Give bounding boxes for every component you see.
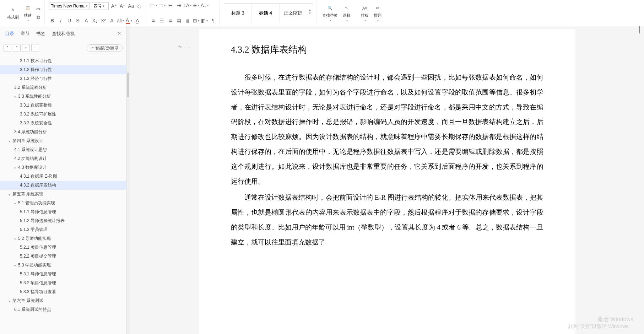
toc-item[interactable]: 5.2.2 项目提交管理 (0, 252, 126, 261)
right-activity-bar[interactable] (639, 26, 644, 33)
toc-item[interactable]: 3.3.2 系统可扩展性 (0, 110, 126, 119)
toc-item[interactable]: 第六章 系统测试 (0, 296, 126, 305)
toc-item[interactable]: 4.3 数据库设计 (0, 163, 126, 172)
style-more-icon[interactable]: ⋯ (307, 15, 313, 18)
align-left-icon[interactable]: ≡ (150, 17, 157, 24)
toc-item[interactable]: 3.2 系统流程分析 (0, 83, 126, 92)
twisty-icon[interactable] (14, 201, 17, 206)
toc-item[interactable]: 5.1.2 导师选择统计报表 (0, 216, 126, 225)
style-up-icon[interactable]: ▴ (307, 8, 313, 11)
collapse-all-button[interactable]: ˅ (4, 44, 11, 52)
layout-button[interactable]: A≡ 排版 (359, 4, 370, 23)
show-marks-icon[interactable]: ¶ (210, 17, 216, 24)
toc-item[interactable]: 5.1.3 学员管理 (0, 225, 126, 234)
close-sidebar-icon[interactable]: × (117, 30, 121, 37)
distribute-icon[interactable]: ⫼ (184, 17, 191, 24)
scrollbar-thumb[interactable] (127, 72, 129, 97)
bold-icon[interactable]: B (49, 17, 55, 24)
line-spacing-icon[interactable]: ≣ (193, 2, 199, 9)
toc-item[interactable]: 5.3.3 指导项目查看 (0, 287, 126, 296)
increase-indent-icon[interactable]: ⇥ (176, 2, 182, 9)
toc-item[interactable]: 5.3.1 导师信息管理 (0, 270, 126, 279)
toc-item[interactable]: 3.3 系统性能分析 (0, 92, 126, 101)
toc-item[interactable]: 4.3.1 数据库 E-R 图 (0, 172, 126, 181)
tab-toc[interactable]: 目录 (5, 31, 14, 37)
twisty-icon[interactable] (9, 298, 11, 303)
bullet-list-icon[interactable]: ≔ (150, 2, 157, 9)
underline-icon[interactable]: U (66, 17, 72, 24)
toc-item[interactable]: 5.2 导师功能实现 (0, 234, 126, 243)
style-heading3[interactable]: 标题 3 (224, 4, 252, 23)
toc-item[interactable]: 第五章 系统实现 (0, 190, 126, 199)
toc-item[interactable]: 3.4 系统功能分析 (0, 128, 126, 136)
toc-item[interactable]: 3.1.2 操作可行性 (0, 65, 126, 74)
tab-chapters[interactable]: 章节 (21, 31, 30, 37)
toc-item[interactable]: 4.2 功能结构设计 (0, 154, 126, 163)
decrease-indent-icon[interactable]: ⇤ (167, 2, 174, 9)
change-case-icon[interactable]: Aa (128, 3, 134, 9)
level-up-button[interactable]: + (22, 44, 30, 52)
toc-item[interactable]: 4.1 系统设计思想 (0, 145, 126, 154)
shading-icon[interactable]: ◧ (201, 17, 208, 24)
sidebar-scrollbar[interactable] (126, 26, 130, 334)
toc-item[interactable]: 5.3.2 项目信息管理 (0, 279, 126, 287)
smart-toc-button[interactable]: ⟳ 智能识别目录 (87, 44, 123, 52)
style-body-indent[interactable]: 正文缩进 (280, 4, 307, 23)
toc-item[interactable]: 5.3 学员功能实现 (0, 261, 126, 270)
font-color-button[interactable]: A (126, 17, 132, 24)
superscript-icon[interactable]: X² (100, 17, 107, 24)
twisty-icon[interactable] (14, 263, 17, 268)
paste-button[interactable]: 📋 粘贴 (22, 4, 33, 23)
toc-item[interactable]: 3.1.3 经济可行性 (0, 74, 126, 83)
toc-item[interactable]: 5.1 管理员功能实现 (0, 199, 126, 208)
align-right-icon[interactable]: ≡ (167, 17, 174, 24)
arrange-button[interactable]: ⧉ 排列 (372, 4, 383, 23)
strike-icon[interactable]: S (75, 17, 81, 24)
section-heading[interactable]: 4.3.2 数据库表结构 (231, 43, 543, 56)
style-heading4[interactable]: 标题 4 (252, 4, 280, 23)
tab-bookmarks[interactable]: 书签 (36, 31, 45, 37)
body-paragraph[interactable]: 通常在设计数据表结构时，会把前面设计的 E-R 图进行表结构的转化。把实体用来代… (231, 190, 543, 249)
highlight-color-button[interactable]: ab (117, 17, 124, 24)
find-replace-button[interactable]: 🔍 查找替换 (321, 4, 339, 23)
decrease-font-icon[interactable]: A⁻ (119, 3, 126, 9)
tab-find-replace[interactable]: 查找和替换 (52, 31, 75, 37)
toc-item[interactable]: 3.1.1 技术可行性 (0, 56, 126, 65)
text-effects-icon[interactable]: A (109, 17, 115, 24)
toc-item[interactable]: 5.1.1 导师信息管理 (0, 208, 126, 216)
char-border-icon[interactable]: A̲ (134, 17, 141, 24)
twisty-icon[interactable] (14, 165, 17, 170)
toc-item[interactable]: 6.1 系统测试的特点 (0, 305, 126, 314)
format-painter-button[interactable]: ✎ 格式刷 (6, 5, 20, 21)
toc-item[interactable]: 5.2.1 项目信息管理 (0, 243, 126, 252)
cut-icon[interactable]: ✂ (35, 6, 42, 12)
font-size-select[interactable]: 四号 (92, 2, 109, 10)
number-list-icon[interactable]: ≕ (159, 2, 165, 9)
toc-item[interactable]: 4.3.2 数据库表结构 (0, 181, 126, 190)
toc-item[interactable]: 3.3.1 数据完整性 (0, 101, 126, 110)
toc-item[interactable]: 3.3.3 系统安全性 (0, 119, 126, 128)
twisty-icon[interactable] (14, 94, 17, 99)
clear-format-icon[interactable]: ◇ (136, 3, 143, 9)
twisty-icon[interactable] (9, 139, 11, 144)
toc-item[interactable]: 第四章 系统设计 (0, 136, 126, 145)
style-down-icon[interactable]: ▾ (307, 11, 313, 15)
increase-font-icon[interactable]: A⁺ (111, 3, 117, 9)
level-down-button[interactable]: − (31, 44, 39, 52)
expand-all-button[interactable]: ˄ (13, 44, 21, 52)
select-button[interactable]: ↖ 选择 (341, 4, 352, 23)
align-justify-icon[interactable]: ▤ (176, 17, 182, 24)
tab-stops-icon[interactable]: ⊞ (193, 17, 199, 24)
align-center-icon[interactable]: ☰ (159, 17, 165, 24)
twisty-icon[interactable] (14, 236, 17, 241)
heading-handle[interactable]: H₃ ⋮⋮ (178, 44, 191, 49)
copy-icon[interactable]: ⧉ (35, 14, 42, 21)
font-family-select[interactable]: Times New Roma (49, 2, 90, 10)
twisty-icon[interactable] (9, 192, 11, 197)
subscript-icon[interactable]: X₂ (92, 17, 98, 24)
sort-icon[interactable]: A↓ (201, 2, 208, 9)
font-effect-icon[interactable]: A (83, 17, 90, 24)
body-paragraph[interactable]: 很多时候，在进行数据表的存储结构的设计时，都会遇到一些困扰，比如每张数据表如何命… (231, 70, 543, 189)
italic-icon[interactable]: I (58, 17, 64, 24)
text-direction-icon[interactable]: ↕A (184, 2, 191, 9)
